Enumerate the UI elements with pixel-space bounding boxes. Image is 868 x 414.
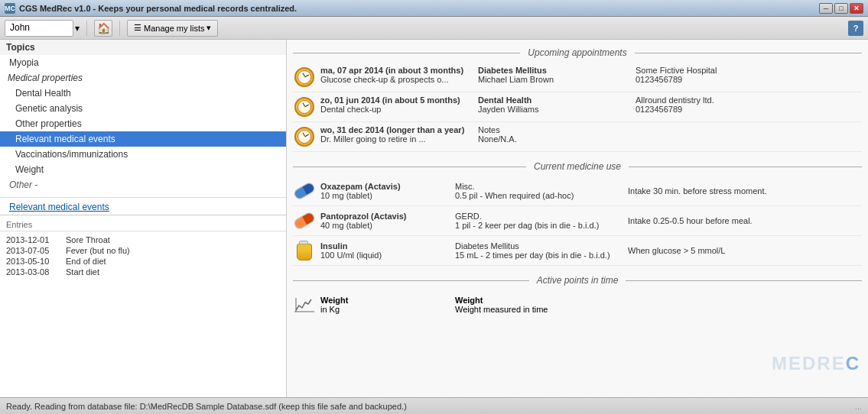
entries-section: Entries 2013-12-01 Sore Throat 2013-07-0… — [0, 215, 286, 280]
medicine-usage-2: GERD. 1 pil - 2 keer per dag (bis in die… — [455, 212, 623, 230]
medicine-icon-2 — [293, 209, 316, 232]
current-medicine-section: Current medicine use Oxazepam (Actavis) … — [293, 160, 862, 266]
toolbar-separator — [86, 21, 87, 36]
current-medicine-title-bar: Current medicine use — [293, 160, 862, 173]
medicine-instruction-2: Intake 0.25-0.5 hour before meal. — [628, 216, 862, 225]
appointment-row-1: ma, 07 apr 2014 (in about 3 months) Gluc… — [293, 63, 862, 92]
sidebar-item-vaccinations[interactable]: Vaccinations/immunizations — [0, 147, 286, 162]
app-icon: MC — [5, 3, 15, 14]
section-line-right — [635, 53, 862, 53]
current-medicine-label: Current medicine use — [526, 161, 629, 172]
active-desc-1: Weight Weight measured in time — [455, 296, 862, 314]
medicine-instruction-1: Intake 30 min. before stress moment. — [628, 186, 862, 196]
appointment-icon-2 — [293, 95, 316, 118]
medicine-instruction-3: When glucose > 5 mmol/L — [628, 246, 862, 255]
user-select[interactable]: John ▾ — [5, 20, 80, 37]
sidebar-divider — [0, 197, 286, 198]
medicine-usage-3: Diabetes Mellitus 15 mL - 2 times per da… — [455, 241, 623, 260]
entries-header: Entries — [0, 218, 286, 231]
medicine-icon-3 — [293, 239, 316, 262]
entry-row-2[interactable]: 2013-07-05 Fever (but no flu) — [0, 245, 286, 256]
user-dropdown-arrow: ▾ — [75, 23, 80, 34]
maximize-button[interactable]: □ — [834, 3, 848, 14]
sidebar-item-relevant-medical-events[interactable]: Relevant medical events — [0, 131, 286, 147]
sidebar-topics-header: Topics — [0, 40, 286, 55]
medicine-name-dose-3: Insulin 100 U/ml (liquid) — [320, 241, 450, 260]
sidebar-item-myopia[interactable]: Myopia — [0, 55, 286, 70]
clock-hand-minute-3 — [304, 134, 309, 137]
upcoming-appointments-title-bar: Upcoming appointments — [293, 46, 862, 60]
active-points-label: Active points in time — [529, 275, 626, 286]
sidebar-item-dental-health[interactable]: Dental Health — [0, 86, 286, 101]
upcoming-appointments-section: Upcoming appointments ma, 07 apr 2014 (i… — [293, 46, 862, 152]
entry-row-4[interactable]: 2013-03-08 Start diet — [0, 267, 286, 277]
graph-icon — [294, 296, 314, 313]
appointment-icon-1 — [293, 66, 316, 89]
section-line-left — [293, 53, 520, 53]
section-line-active-left — [293, 280, 529, 281]
medicine-row-2: Pantoprazol (Actavis) 40 mg (tablet) GER… — [293, 206, 862, 236]
manage-lists-button[interactable]: ☰ Manage my lists ▾ — [127, 20, 218, 37]
clock-hand-minute-1 — [304, 75, 309, 78]
vial-top — [299, 241, 308, 244]
appointment-datetime-2: zo, 01 jun 2014 (in about 5 months) Dent… — [320, 95, 473, 114]
liquid-vial-icon — [297, 241, 312, 260]
vial-body — [297, 244, 312, 260]
home-button[interactable]: 🏠 — [94, 20, 112, 37]
appointment-datetime-3: wo, 31 dec 2014 (longer than a year) Dr.… — [320, 125, 473, 144]
clock-icon-1 — [294, 67, 314, 87]
sidebar-item-medical-properties[interactable]: Medical properties — [0, 70, 286, 86]
content-area: Upcoming appointments ma, 07 apr 2014 (i… — [287, 40, 868, 397]
status-bar: Ready. Reading from database file: D:\Me… — [0, 397, 868, 414]
appointment-details-2: Dental Health Jayden Williams — [478, 95, 631, 114]
medicine-name-dose-2: Pantoprazol (Actavis) 40 mg (tablet) — [320, 212, 450, 230]
sidebar-item-other-properties[interactable]: Other properties — [0, 116, 286, 131]
appointment-hospital-1: Some Fictive Hospital 0123456789 — [636, 66, 862, 84]
close-button[interactable]: ✕ — [850, 3, 863, 14]
active-points-section: Active points in time Weight in Kg Weigh… — [293, 273, 862, 319]
clock-face-3 — [297, 130, 311, 144]
appointment-datetime-1: ma, 07 apr 2014 (in about 3 months) Gluc… — [320, 66, 473, 84]
medicine-usage-1: Misc. 0.5 pil - When required (ad-hoc) — [455, 182, 623, 200]
sidebar-item-weight[interactable]: Weight — [0, 162, 286, 177]
sidebar-item-genetic-analysis[interactable]: Genetic analysis — [0, 101, 286, 116]
entry-row-3[interactable]: 2013-05-10 End of diet — [0, 256, 286, 267]
entry-row-1[interactable]: 2013-12-01 Sore Throat — [0, 234, 286, 245]
sidebar: Topics Myopia Medical properties Dental … — [0, 40, 287, 397]
active-point-row-1: Weight in Kg Weight Weight measured in t… — [293, 290, 862, 319]
medicine-row-1: Oxazepam (Actavis) 10 mg (tablet) Misc. … — [293, 176, 862, 206]
active-points-title-bar: Active points in time — [293, 273, 862, 287]
title-bar: MC CGS MedRec v1.0 - Keeps your personal… — [0, 0, 868, 17]
user-dropdown[interactable]: John — [5, 20, 73, 37]
toolbar: John ▾ 🏠 ☰ Manage my lists ▾ ? — [0, 17, 868, 40]
minimize-button[interactable]: ─ — [819, 3, 833, 14]
status-text: Ready. Reading from database file: D:\Me… — [6, 402, 407, 411]
pill-icon-2 — [292, 211, 316, 231]
section-line-active-right — [626, 280, 862, 281]
section-line-med-left — [293, 167, 526, 167]
clock-icon-3 — [294, 127, 314, 147]
main-area: Topics Myopia Medical properties Dental … — [0, 40, 868, 397]
window-title: CGS MedRec v1.0 - Keeps your personal me… — [19, 4, 819, 13]
appointment-icon-3 — [293, 125, 316, 148]
sidebar-link-relevant-medical-events[interactable]: Relevant medical events — [0, 199, 286, 215]
appointment-details-3: Notes None/N.A. — [478, 125, 631, 144]
appointment-row-2: zo, 01 jun 2014 (in about 5 months) Dent… — [293, 92, 862, 122]
clock-face-2 — [297, 100, 311, 114]
toolbar-separator-2 — [119, 21, 120, 36]
watermark: MEDREC — [772, 353, 860, 374]
active-icon-1 — [293, 293, 316, 316]
status-right: ... — [855, 402, 862, 411]
clock-face-1 — [297, 70, 311, 84]
upcoming-appointments-label: Upcoming appointments — [520, 47, 634, 58]
list-icon: ☰ — [134, 23, 141, 33]
appointment-details-1: Diabetes Mellitus Michael Liam Brown — [478, 66, 631, 84]
section-line-med-right — [629, 167, 862, 167]
medicine-name-dose-1: Oxazepam (Actavis) 10 mg (tablet) — [320, 182, 450, 200]
active-name-unit-1: Weight in Kg — [320, 296, 450, 314]
sidebar-scroll[interactable]: Topics Myopia Medical properties Dental … — [0, 40, 286, 397]
help-button[interactable]: ? — [848, 21, 863, 36]
clock-hand-minute-2 — [304, 105, 309, 108]
appointment-hospital-2: Allround dentistry ltd. 0123456789 — [636, 95, 862, 114]
sidebar-item-other: Other - — [0, 177, 286, 192]
